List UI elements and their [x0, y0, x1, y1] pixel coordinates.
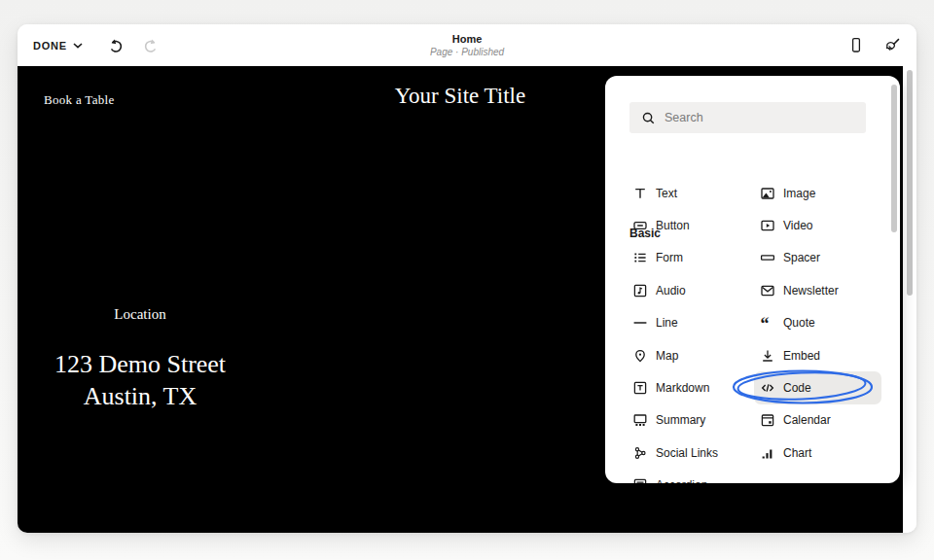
page-scrollbar-thumb[interactable]: [907, 70, 913, 296]
block-item-map[interactable]: Map: [627, 339, 754, 371]
calendar-icon: [760, 412, 775, 428]
mobile-preview-button[interactable]: [848, 37, 864, 53]
chevron-down-icon: [73, 43, 83, 49]
block-item-label: Social Links: [656, 446, 718, 460]
editor-content: Book a Table Your Site Title Location 12…: [18, 66, 916, 533]
image-icon: [760, 186, 775, 201]
block-item-label: Video: [783, 219, 812, 232]
redo-icon: [142, 38, 159, 53]
paintbrush-icon: [883, 37, 901, 54]
block-item-spacer[interactable]: Spacer: [754, 242, 881, 274]
block-item-audio[interactable]: Audio: [627, 274, 754, 306]
block-item-accordion[interactable]: Accordion: [627, 470, 754, 483]
block-item-label: Calendar: [783, 413, 831, 427]
page-status: Page · Published: [430, 47, 504, 57]
site-styles-button[interactable]: [883, 37, 901, 54]
undo-button[interactable]: [108, 38, 125, 53]
block-grid: Text Image Button: [627, 177, 881, 483]
block-item-label: Accordion: [656, 478, 707, 483]
block-item-summary[interactable]: Summary: [627, 404, 754, 437]
text-icon: [632, 186, 648, 201]
search-input[interactable]: [665, 111, 840, 124]
toolbar-right: [848, 37, 901, 54]
block-item-video[interactable]: Video: [754, 209, 881, 241]
address-line-1[interactable]: 123 Demo Street: [18, 348, 263, 380]
code-icon: [760, 380, 775, 396]
block-item-label: Image: [783, 187, 815, 200]
block-item-label: Form: [656, 251, 683, 264]
block-item-markdown[interactable]: Markdown: [627, 371, 754, 403]
block-item-label: Map: [656, 349, 678, 363]
block-item-button[interactable]: Button: [627, 209, 754, 241]
redo-button[interactable]: [142, 38, 159, 53]
block-item-label: Audio: [656, 284, 686, 298]
block-item-line[interactable]: Line: [627, 307, 754, 339]
block-item-image[interactable]: Image: [754, 177, 881, 209]
quote-icon: “: [760, 315, 775, 331]
block-item-label: Spacer: [783, 251, 820, 264]
map-icon: [632, 348, 648, 364]
block-item-label: Quote: [783, 316, 815, 330]
page-scrollbar-track[interactable]: [903, 66, 916, 533]
search-icon: [641, 111, 656, 125]
block-item-label: Code: [783, 381, 811, 395]
mobile-phone-icon: [848, 37, 864, 53]
toolbar: DONE Home Page · Published: [18, 24, 916, 66]
editor-window: DONE Home Page · Published: [18, 24, 916, 533]
block-item-label: Embed: [783, 349, 820, 363]
block-item-label: Button: [656, 219, 690, 232]
block-item-chart[interactable]: Chart: [754, 437, 881, 469]
search-box[interactable]: [629, 102, 866, 133]
block-item-label: Line: [656, 316, 678, 330]
block-item-label: Text: [656, 187, 677, 200]
summary-icon: [632, 412, 648, 428]
block-item-calendar[interactable]: Calendar: [754, 404, 881, 437]
block-item-newsletter[interactable]: Newsletter: [754, 274, 881, 306]
block-item-text[interactable]: Text: [627, 177, 754, 209]
block-item-label: Summary: [656, 413, 705, 427]
block-item-label: Chart: [783, 446, 811, 460]
done-button[interactable]: DONE: [33, 40, 83, 52]
page-background: { "toolbar": { "done_label": "DONE", "pa…: [0, 0, 934, 560]
page-title: Home: [452, 33, 483, 45]
toolbar-left: DONE: [33, 38, 159, 53]
location-heading[interactable]: Location: [18, 306, 263, 323]
line-icon: [632, 315, 648, 331]
block-item-form[interactable]: Form: [627, 242, 754, 274]
social-links-icon: [632, 445, 648, 461]
embed-icon: [760, 348, 775, 364]
block-item-quote[interactable]: “ Quote: [754, 307, 881, 339]
spacer-icon: [760, 250, 775, 265]
chart-icon: [760, 445, 775, 461]
button-icon: [632, 218, 648, 233]
block-item-embed[interactable]: Embed: [754, 339, 881, 371]
location-section: Location 123 Demo Street Austin, TX: [18, 306, 263, 412]
svg-text:“: “: [761, 315, 770, 331]
panel-scrollbar-thumb[interactable]: [891, 85, 897, 232]
undo-icon: [108, 38, 125, 53]
audio-icon: [632, 283, 648, 298]
block-item-label: Markdown: [656, 381, 709, 395]
address-line-2[interactable]: Austin, TX: [18, 380, 263, 412]
markdown-icon: [632, 380, 648, 396]
block-item-label: Newsletter: [783, 284, 839, 298]
block-item-code[interactable]: Code: [754, 371, 881, 403]
accordion-icon: [632, 477, 648, 483]
form-icon: [632, 250, 648, 265]
block-item-social-links[interactable]: Social Links: [627, 437, 754, 469]
done-label: DONE: [33, 40, 67, 52]
block-menu-panel: Basic Text Image: [605, 76, 900, 483]
newsletter-icon: [760, 283, 775, 298]
video-icon: [760, 218, 775, 233]
